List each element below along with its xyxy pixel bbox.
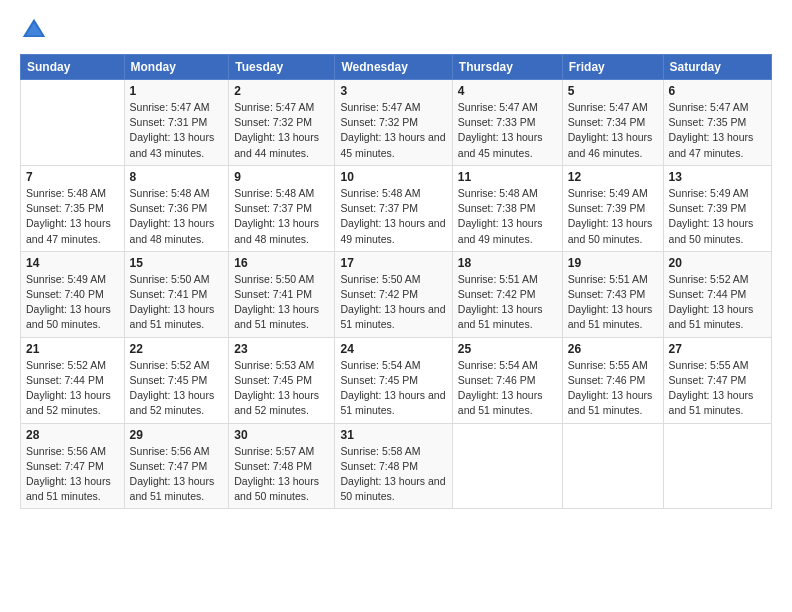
- day-info: Sunrise: 5:48 AMSunset: 7:37 PMDaylight:…: [340, 187, 445, 245]
- day-number: 25: [458, 342, 557, 356]
- header-row: SundayMondayTuesdayWednesdayThursdayFrid…: [21, 55, 772, 80]
- day-number: 23: [234, 342, 329, 356]
- day-cell: 22Sunrise: 5:52 AMSunset: 7:45 PMDayligh…: [124, 337, 229, 423]
- col-header-friday: Friday: [562, 55, 663, 80]
- day-info: Sunrise: 5:47 AMSunset: 7:33 PMDaylight:…: [458, 101, 543, 159]
- day-number: 17: [340, 256, 446, 270]
- header: [20, 16, 772, 44]
- week-row-1: 7Sunrise: 5:48 AMSunset: 7:35 PMDaylight…: [21, 165, 772, 251]
- day-cell: 13Sunrise: 5:49 AMSunset: 7:39 PMDayligh…: [663, 165, 771, 251]
- day-cell: 29Sunrise: 5:56 AMSunset: 7:47 PMDayligh…: [124, 423, 229, 509]
- day-cell: 21Sunrise: 5:52 AMSunset: 7:44 PMDayligh…: [21, 337, 125, 423]
- day-info: Sunrise: 5:47 AMSunset: 7:31 PMDaylight:…: [130, 101, 215, 159]
- day-info: Sunrise: 5:47 AMSunset: 7:35 PMDaylight:…: [669, 101, 754, 159]
- day-number: 14: [26, 256, 119, 270]
- day-number: 15: [130, 256, 224, 270]
- day-number: 19: [568, 256, 658, 270]
- day-number: 31: [340, 428, 446, 442]
- day-number: 2: [234, 84, 329, 98]
- day-number: 16: [234, 256, 329, 270]
- day-number: 10: [340, 170, 446, 184]
- day-number: 26: [568, 342, 658, 356]
- day-info: Sunrise: 5:52 AMSunset: 7:45 PMDaylight:…: [130, 359, 215, 417]
- day-cell: 2Sunrise: 5:47 AMSunset: 7:32 PMDaylight…: [229, 80, 335, 166]
- day-number: 13: [669, 170, 766, 184]
- day-cell: 23Sunrise: 5:53 AMSunset: 7:45 PMDayligh…: [229, 337, 335, 423]
- day-info: Sunrise: 5:51 AMSunset: 7:43 PMDaylight:…: [568, 273, 653, 331]
- day-cell: 14Sunrise: 5:49 AMSunset: 7:40 PMDayligh…: [21, 251, 125, 337]
- day-info: Sunrise: 5:57 AMSunset: 7:48 PMDaylight:…: [234, 445, 319, 503]
- day-number: 30: [234, 428, 329, 442]
- day-cell: 11Sunrise: 5:48 AMSunset: 7:38 PMDayligh…: [452, 165, 562, 251]
- day-number: 18: [458, 256, 557, 270]
- day-info: Sunrise: 5:47 AMSunset: 7:32 PMDaylight:…: [340, 101, 445, 159]
- day-cell: [21, 80, 125, 166]
- day-number: 11: [458, 170, 557, 184]
- week-row-3: 21Sunrise: 5:52 AMSunset: 7:44 PMDayligh…: [21, 337, 772, 423]
- day-number: 1: [130, 84, 224, 98]
- day-info: Sunrise: 5:49 AMSunset: 7:40 PMDaylight:…: [26, 273, 111, 331]
- day-info: Sunrise: 5:49 AMSunset: 7:39 PMDaylight:…: [568, 187, 653, 245]
- day-cell: 5Sunrise: 5:47 AMSunset: 7:34 PMDaylight…: [562, 80, 663, 166]
- day-cell: 30Sunrise: 5:57 AMSunset: 7:48 PMDayligh…: [229, 423, 335, 509]
- week-row-4: 28Sunrise: 5:56 AMSunset: 7:47 PMDayligh…: [21, 423, 772, 509]
- day-number: 6: [669, 84, 766, 98]
- day-cell: 16Sunrise: 5:50 AMSunset: 7:41 PMDayligh…: [229, 251, 335, 337]
- day-cell: 1Sunrise: 5:47 AMSunset: 7:31 PMDaylight…: [124, 80, 229, 166]
- day-number: 22: [130, 342, 224, 356]
- day-number: 21: [26, 342, 119, 356]
- day-number: 20: [669, 256, 766, 270]
- day-info: Sunrise: 5:56 AMSunset: 7:47 PMDaylight:…: [26, 445, 111, 503]
- day-info: Sunrise: 5:58 AMSunset: 7:48 PMDaylight:…: [340, 445, 445, 503]
- day-cell: 25Sunrise: 5:54 AMSunset: 7:46 PMDayligh…: [452, 337, 562, 423]
- day-number: 27: [669, 342, 766, 356]
- day-info: Sunrise: 5:48 AMSunset: 7:35 PMDaylight:…: [26, 187, 111, 245]
- day-cell: 31Sunrise: 5:58 AMSunset: 7:48 PMDayligh…: [335, 423, 452, 509]
- day-cell: 20Sunrise: 5:52 AMSunset: 7:44 PMDayligh…: [663, 251, 771, 337]
- col-header-thursday: Thursday: [452, 55, 562, 80]
- day-info: Sunrise: 5:54 AMSunset: 7:46 PMDaylight:…: [458, 359, 543, 417]
- day-number: 4: [458, 84, 557, 98]
- logo-icon: [20, 16, 48, 44]
- col-header-saturday: Saturday: [663, 55, 771, 80]
- day-cell: 3Sunrise: 5:47 AMSunset: 7:32 PMDaylight…: [335, 80, 452, 166]
- day-info: Sunrise: 5:52 AMSunset: 7:44 PMDaylight:…: [26, 359, 111, 417]
- day-info: Sunrise: 5:47 AMSunset: 7:34 PMDaylight:…: [568, 101, 653, 159]
- week-row-2: 14Sunrise: 5:49 AMSunset: 7:40 PMDayligh…: [21, 251, 772, 337]
- day-info: Sunrise: 5:48 AMSunset: 7:37 PMDaylight:…: [234, 187, 319, 245]
- day-cell: 7Sunrise: 5:48 AMSunset: 7:35 PMDaylight…: [21, 165, 125, 251]
- day-cell: 28Sunrise: 5:56 AMSunset: 7:47 PMDayligh…: [21, 423, 125, 509]
- day-cell: [663, 423, 771, 509]
- day-info: Sunrise: 5:50 AMSunset: 7:41 PMDaylight:…: [234, 273, 319, 331]
- day-number: 12: [568, 170, 658, 184]
- col-header-tuesday: Tuesday: [229, 55, 335, 80]
- day-cell: [452, 423, 562, 509]
- day-cell: 17Sunrise: 5:50 AMSunset: 7:42 PMDayligh…: [335, 251, 452, 337]
- logo: [20, 16, 52, 44]
- day-cell: 26Sunrise: 5:55 AMSunset: 7:46 PMDayligh…: [562, 337, 663, 423]
- day-info: Sunrise: 5:49 AMSunset: 7:39 PMDaylight:…: [669, 187, 754, 245]
- week-row-0: 1Sunrise: 5:47 AMSunset: 7:31 PMDaylight…: [21, 80, 772, 166]
- day-cell: 18Sunrise: 5:51 AMSunset: 7:42 PMDayligh…: [452, 251, 562, 337]
- page-container: SundayMondayTuesdayWednesdayThursdayFrid…: [0, 0, 792, 519]
- col-header-wednesday: Wednesday: [335, 55, 452, 80]
- day-info: Sunrise: 5:56 AMSunset: 7:47 PMDaylight:…: [130, 445, 215, 503]
- day-number: 28: [26, 428, 119, 442]
- day-cell: 10Sunrise: 5:48 AMSunset: 7:37 PMDayligh…: [335, 165, 452, 251]
- day-info: Sunrise: 5:55 AMSunset: 7:46 PMDaylight:…: [568, 359, 653, 417]
- day-number: 24: [340, 342, 446, 356]
- day-cell: [562, 423, 663, 509]
- day-info: Sunrise: 5:53 AMSunset: 7:45 PMDaylight:…: [234, 359, 319, 417]
- day-info: Sunrise: 5:52 AMSunset: 7:44 PMDaylight:…: [669, 273, 754, 331]
- day-cell: 8Sunrise: 5:48 AMSunset: 7:36 PMDaylight…: [124, 165, 229, 251]
- day-cell: 15Sunrise: 5:50 AMSunset: 7:41 PMDayligh…: [124, 251, 229, 337]
- day-number: 7: [26, 170, 119, 184]
- day-number: 9: [234, 170, 329, 184]
- day-number: 29: [130, 428, 224, 442]
- day-info: Sunrise: 5:48 AMSunset: 7:36 PMDaylight:…: [130, 187, 215, 245]
- day-cell: 12Sunrise: 5:49 AMSunset: 7:39 PMDayligh…: [562, 165, 663, 251]
- col-header-monday: Monday: [124, 55, 229, 80]
- day-info: Sunrise: 5:55 AMSunset: 7:47 PMDaylight:…: [669, 359, 754, 417]
- day-cell: 19Sunrise: 5:51 AMSunset: 7:43 PMDayligh…: [562, 251, 663, 337]
- day-cell: 4Sunrise: 5:47 AMSunset: 7:33 PMDaylight…: [452, 80, 562, 166]
